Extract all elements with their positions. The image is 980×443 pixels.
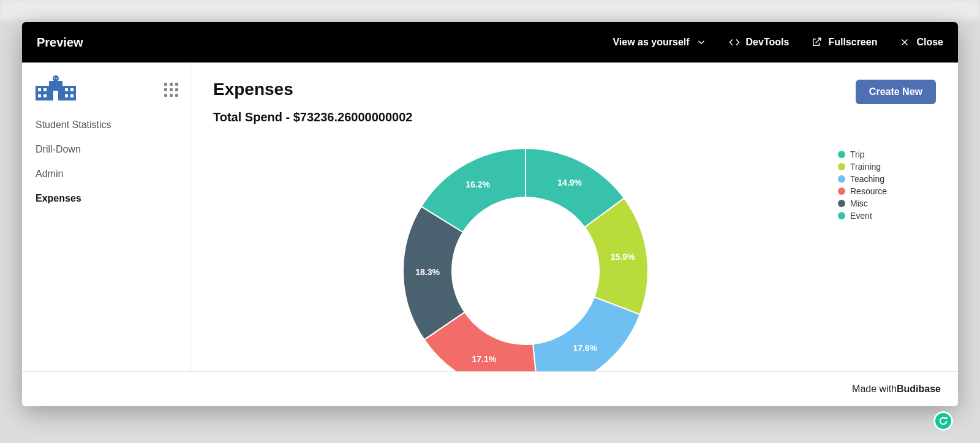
code-icon: [729, 37, 740, 48]
background-blur: [0, 0, 980, 20]
legend-item-resource[interactable]: Resource: [838, 185, 936, 197]
svg-rect-8: [56, 78, 58, 79]
svg-rect-3: [36, 86, 49, 100]
close-label: Close: [916, 37, 943, 48]
legend-swatch: [838, 163, 845, 170]
legend-swatch: [838, 187, 845, 195]
svg-rect-4: [62, 86, 76, 100]
sidebar: Student Statistics Drill-Down Admin Expe…: [22, 62, 191, 371]
legend-label: Training: [850, 161, 881, 173]
preview-title: Preview: [37, 36, 83, 50]
topbar: Preview View as yourself DevTools Fullsc…: [22, 22, 958, 62]
sidebar-item-expenses[interactable]: Expenses: [22, 186, 190, 211]
apps-grid-icon[interactable]: [164, 83, 178, 97]
body: Student Statistics Drill-Down Admin Expe…: [22, 62, 958, 372]
legend-swatch: [838, 212, 845, 219]
devtools-label: DevTools: [746, 37, 790, 48]
svg-rect-14: [70, 88, 74, 91]
sidebar-item-drill-down[interactable]: Drill-Down: [22, 137, 190, 162]
page-title: Expenses: [213, 80, 412, 99]
legend-item-misc[interactable]: Misc: [838, 197, 936, 210]
legend-swatch: [838, 200, 845, 207]
svg-rect-15: [65, 94, 68, 97]
svg-rect-7: [55, 77, 55, 79]
sidebar-item-student-statistics[interactable]: Student Statistics: [22, 113, 190, 137]
chart-legend: TripTrainingTeachingResourceMiscEvent: [838, 136, 936, 371]
create-new-button[interactable]: Create New: [856, 80, 936, 104]
legend-item-trip[interactable]: Trip: [838, 148, 936, 161]
fullscreen-button[interactable]: Fullscreen: [811, 37, 877, 48]
legend-item-training[interactable]: Training: [838, 161, 936, 173]
devtools-button[interactable]: DevTools: [729, 37, 790, 48]
close-button[interactable]: Close: [899, 37, 943, 48]
slice-label-teaching: 17.6%: [573, 343, 597, 353]
svg-rect-12: [43, 94, 47, 97]
svg-rect-9: [38, 88, 41, 91]
chevron-down-icon: [696, 37, 707, 48]
donut-chart-svg: 14.9%15.9%17.6%17.1%18.3%16.2%: [397, 142, 654, 371]
legend-label: Teaching: [850, 173, 884, 185]
footer-prefix: Made with: [852, 384, 897, 395]
view-as-dropdown[interactable]: View as yourself: [612, 37, 706, 48]
legend-item-teaching[interactable]: Teaching: [838, 173, 936, 185]
footer: Made with Budibase: [22, 372, 958, 406]
svg-rect-13: [65, 88, 68, 91]
slice-label-trip: 14.9%: [557, 178, 582, 187]
svg-line-0: [816, 38, 821, 43]
footer-brand: Budibase: [897, 384, 941, 395]
close-icon: [899, 37, 910, 48]
external-link-icon: [811, 37, 822, 48]
legend-label: Resource: [850, 185, 887, 197]
legend-label: Misc: [850, 197, 868, 210]
slice-label-misc: 18.3%: [415, 267, 440, 277]
svg-rect-11: [38, 94, 41, 97]
grammarly-icon[interactable]: [933, 411, 953, 431]
legend-swatch: [838, 175, 845, 183]
slice-label-event: 16.2%: [466, 180, 490, 189]
legend-label: Event: [850, 210, 872, 222]
svg-rect-10: [43, 88, 47, 91]
sidebar-item-admin[interactable]: Admin: [22, 162, 190, 186]
svg-rect-16: [70, 94, 74, 97]
legend-label: Trip: [850, 148, 865, 161]
school-logo-icon: [34, 75, 77, 104]
total-spend-label: Total Spend - $73236.26000000002: [213, 110, 412, 124]
donut-chart-area: 14.9%15.9%17.6%17.1%18.3%16.2%: [213, 136, 838, 371]
slice-label-resource: 17.1%: [472, 354, 496, 364]
preview-modal: Preview View as yourself DevTools Fullsc…: [22, 22, 958, 406]
expenses-chart: 14.9%15.9%17.6%17.1%18.3%16.2% TripTrain…: [213, 136, 936, 371]
legend-swatch: [838, 151, 845, 158]
view-as-label: View as yourself: [612, 37, 689, 48]
legend-item-event[interactable]: Event: [838, 210, 936, 222]
fullscreen-label: Fullscreen: [828, 37, 877, 48]
slice-label-training: 15.9%: [611, 252, 635, 262]
main: Expenses Total Spend - $73236.2600000000…: [191, 62, 958, 371]
svg-rect-17: [53, 91, 58, 100]
donut-slice-teaching[interactable]: [533, 297, 640, 371]
